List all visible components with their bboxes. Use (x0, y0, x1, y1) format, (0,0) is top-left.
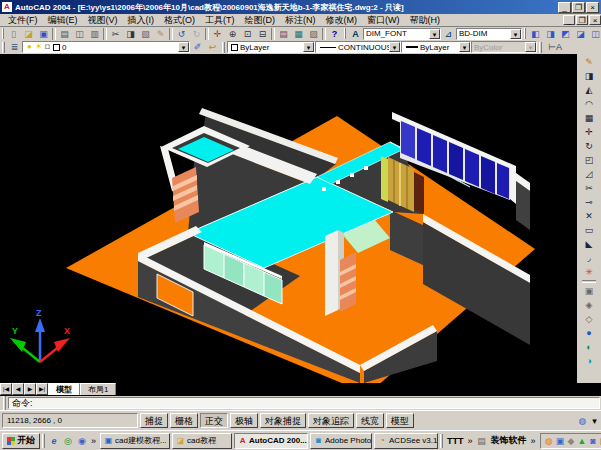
cut-icon[interactable]: ✂ (108, 28, 123, 40)
shade-flat-icon[interactable]: ◪ (573, 28, 588, 40)
text-style-icon[interactable]: A (348, 28, 363, 40)
join-icon[interactable]: ▭ (581, 223, 597, 237)
menu-help[interactable]: 帮助(H) (405, 14, 446, 27)
save-icon[interactable]: ▣ (36, 28, 51, 40)
tray-antivirus-icon[interactable]: ◙ (588, 436, 599, 446)
command-input[interactable]: 命令: (8, 397, 600, 409)
lock-icon[interactable]: ◘ (43, 42, 52, 52)
taskbar-toolbar-ttt[interactable]: TTT (447, 436, 464, 446)
toolbar-grip[interactable] (539, 42, 542, 53)
fillet-icon[interactable]: ◞ (581, 251, 597, 265)
grid-toggle[interactable]: 栅格 (170, 413, 198, 428)
copy-object-icon[interactable]: ◨ (581, 69, 597, 83)
rotate-icon[interactable]: ↻ (581, 139, 597, 153)
close-button[interactable]: × (586, 2, 599, 13)
linetype-combo[interactable]: CONTINUOUS ▾ (315, 41, 401, 53)
menu-format[interactable]: 格式(O) (159, 14, 200, 27)
osnap-toggle[interactable]: 对象捕捉 (260, 413, 306, 428)
ttt-chevron-icon[interactable]: » (468, 436, 473, 446)
model-space-toggle[interactable]: 模型 (386, 413, 414, 428)
quicklaunch-chevron-icon[interactable]: » (91, 436, 96, 446)
tab-first-icon[interactable]: |◀ (0, 383, 12, 395)
otrack-toggle[interactable]: 对象追踪 (308, 413, 354, 428)
quicklaunch-desktop-icon[interactable]: ◎ (61, 434, 75, 448)
taskbar-task-autocad[interactable]: A AutoCAD 200... (234, 433, 308, 449)
bulb-icon[interactable]: ● (25, 42, 34, 52)
plot-preview-icon[interactable]: ◫ (72, 28, 87, 40)
snap-toggle[interactable]: 捕捉 (140, 413, 168, 428)
designcenter-icon[interactable]: ▦ (291, 28, 306, 40)
chevron-down-icon[interactable]: ▾ (178, 42, 189, 52)
menu-draw[interactable]: 绘图(D) (240, 14, 281, 27)
doc-close-button[interactable]: × (589, 15, 601, 25)
dim-style-icon[interactable]: ⊿ (441, 28, 456, 40)
taskbar-task-cad-modeling[interactable]: ▣ cad建模教程... (100, 433, 170, 449)
explode-icon[interactable]: ✳ (581, 265, 597, 279)
toolbar-grip[interactable] (344, 28, 346, 39)
offset-icon[interactable]: ◠ (581, 97, 597, 111)
chevron-down-icon[interactable]: ▾ (389, 42, 400, 52)
command-window-grip[interactable] (3, 396, 6, 410)
tab-model[interactable]: 模型 (48, 383, 80, 395)
lineweight-combo[interactable]: ByLayer ▾ (401, 41, 471, 53)
shade-box-icon[interactable]: ◇ (581, 312, 597, 326)
match-properties-icon[interactable]: ✎ (153, 28, 168, 40)
dim-linear-fragment-icon[interactable]: ⊢A (544, 41, 566, 53)
paste-icon[interactable]: ▧ (138, 28, 153, 40)
publish-icon[interactable]: ▥ (87, 28, 102, 40)
sun-icon[interactable]: ☀ (34, 42, 43, 52)
tab-prev-icon[interactable]: ◀ (12, 383, 24, 395)
redo-icon[interactable]: ↻ (189, 28, 204, 40)
doc-minimize-button[interactable]: _ (563, 15, 575, 25)
zoom-previous-icon[interactable]: ⊟ (255, 28, 270, 40)
title-bar[interactable]: A AutoCAD 2004 - [E:\yy\ys1\2006年\2006年1… (0, 0, 601, 14)
toolbar-grip[interactable] (524, 28, 526, 39)
toolbar-grid-icon[interactable]: ▤ (475, 434, 489, 448)
menu-modify[interactable]: 修改(M) (321, 14, 363, 27)
chevron-down-icon[interactable]: ▾ (303, 42, 314, 52)
menu-tools[interactable]: 工具(T) (200, 14, 240, 27)
move-icon[interactable]: ✛ (581, 125, 597, 139)
shaded-sphere-icon[interactable]: ◐ (581, 340, 597, 354)
toolbar-grip[interactable] (222, 42, 225, 53)
stretch-icon[interactable]: ◿ (581, 167, 597, 181)
shade-hidden-icon[interactable]: ◩ (558, 28, 573, 40)
start-button[interactable]: 开始 (2, 433, 40, 449)
mirror-icon[interactable]: ◭ (581, 83, 597, 97)
shade-3d-wireframe-icon[interactable]: ◨ (543, 28, 558, 40)
taskbar-task-photoshop[interactable]: ◙ Adobe Photo... (310, 433, 372, 449)
toolbar-grip[interactable] (2, 42, 5, 53)
make-layer-current-icon[interactable]: ✐ (190, 41, 205, 53)
menu-window[interactable]: 窗口(W) (362, 14, 405, 27)
color-combo[interactable]: ByLayer ▾ (227, 41, 315, 53)
chevron-down-icon[interactable]: ▾ (525, 42, 536, 52)
text-style-combo[interactable]: DIM_FONT ▾ (363, 28, 441, 40)
orbit-sphere-icon[interactable]: ● (581, 326, 597, 340)
tray-volume-icon[interactable]: ◆ (566, 436, 577, 446)
chamfer-icon[interactable]: ◣ (581, 237, 597, 251)
hide-icon[interactable]: ◈ (581, 298, 597, 312)
erase-icon[interactable]: ✎ (581, 55, 597, 69)
open-icon[interactable]: ◪ (21, 28, 36, 40)
tab-last-icon[interactable]: ▶| (36, 383, 48, 395)
undo-icon[interactable]: ↺ (174, 28, 189, 40)
pan-icon[interactable]: ✛ (210, 28, 225, 40)
taskbar-grip[interactable] (440, 434, 443, 448)
decor-chevron-icon[interactable]: » (531, 436, 536, 446)
lineweight-toggle[interactable]: 线宽 (356, 413, 384, 428)
copy-icon[interactable]: ◨ (123, 28, 138, 40)
quicklaunch-media-icon[interactable]: ◉ (75, 434, 89, 448)
menu-edit[interactable]: 编辑(E) (43, 14, 83, 27)
scale-icon[interactable]: ◰ (581, 153, 597, 167)
chevron-down-icon[interactable]: ▾ (429, 29, 440, 39)
chevron-down-icon[interactable]: ▾ (510, 29, 521, 39)
plot-icon[interactable]: ▤ (57, 28, 72, 40)
layer-previous-icon[interactable]: ↩ (205, 41, 220, 53)
trim-icon[interactable]: ✂ (581, 181, 597, 195)
help-icon[interactable]: ? (327, 28, 342, 40)
shade-2d-wireframe-icon[interactable]: ◧ (528, 28, 543, 40)
toolbar-grip[interactable] (2, 28, 4, 39)
taskbar-task-acdsee[interactable]: ◔ ACDSee v3.1... (374, 433, 438, 449)
status-menu-arrow-icon[interactable]: ▾ (590, 415, 599, 427)
shade-gouraud-icon[interactable]: ◫ (588, 28, 601, 40)
